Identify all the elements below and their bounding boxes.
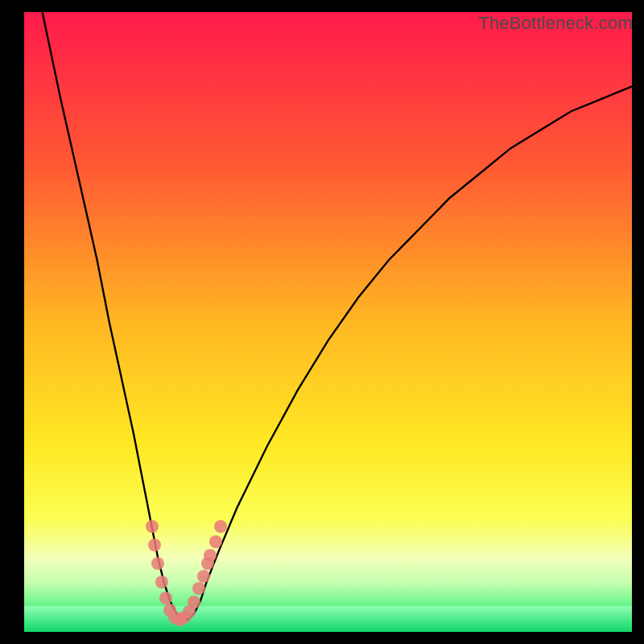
highlight-marker <box>159 592 172 605</box>
green-band <box>24 606 632 632</box>
highlight-marker <box>192 582 205 595</box>
highlight-marker <box>151 557 164 570</box>
highlight-marker <box>155 576 168 588</box>
highlight-marker <box>148 539 161 551</box>
highlight-marker <box>146 520 159 533</box>
highlight-marker <box>201 557 214 570</box>
chart-frame: TheBottleneck.com <box>0 0 644 644</box>
highlight-marker <box>214 520 227 533</box>
highlight-marker <box>204 549 217 562</box>
curve-path <box>43 12 632 620</box>
highlight-marker <box>209 535 222 548</box>
plot-area <box>24 12 632 632</box>
bottleneck-curve <box>24 12 632 632</box>
highlight-marker <box>197 570 210 583</box>
